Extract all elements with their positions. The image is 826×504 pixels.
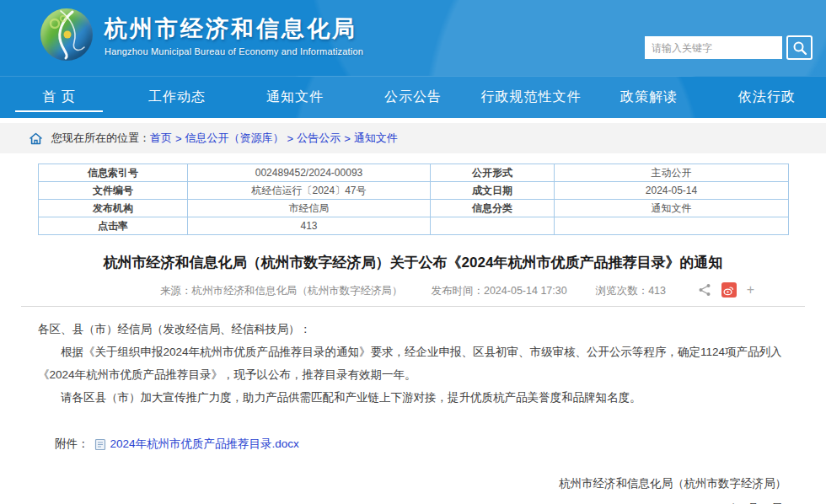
home-icon — [29, 131, 43, 146]
brand-text: 杭州市经济和信息化局 Hangzhou Municipal Bureau of … — [105, 13, 363, 56]
article-body: 各区、县（市）经信局（发改经信局、经信科技局）： 根据《关于组织申报2024年杭… — [38, 318, 788, 409]
breadcrumb-link-home[interactable]: 首页 — [150, 131, 172, 146]
breadcrumb-link-notices[interactable]: 通知文件 — [354, 131, 398, 146]
info-label-doc-number: 文件编号 — [39, 182, 188, 200]
main-nav: 首 页 工作动态 通知文件 公示公告 行政规范性文件 政策解读 依法行政 — [0, 76, 826, 118]
salutation-paragraph: 各区、县（市）经信局（发改经信局、经信科技局）： — [38, 318, 788, 340]
info-label-disclosure-form: 公开形式 — [431, 164, 555, 182]
article-view-count: 浏览次数：413 — [596, 284, 666, 298]
breadcrumb-separator: > — [175, 132, 182, 145]
nav-item-regulatory-docs[interactable]: 行政规范性文件 — [472, 77, 590, 118]
info-value-index-no: 002489452/2024-00093 — [188, 164, 431, 182]
top-banner: 杭州市经济和信息化局 Hangzhou Municipal Bureau of … — [0, 0, 826, 76]
info-label-click-rate: 点击率 — [39, 217, 188, 235]
signature-block: 杭州市经济和信息化局（杭州市数字经济局） 2024年5月13日 — [38, 476, 788, 504]
info-value-date-written: 2024-05-14 — [555, 182, 789, 200]
bureau-logo-icon — [40, 8, 93, 61]
breadcrumb: 您现在所在的位置： 首页 > 信息公开（资源库） > 公告公示 > 通知文件 — [0, 123, 826, 153]
site-title: 杭州市经济和信息化局 — [105, 13, 363, 44]
search-input[interactable] — [645, 36, 782, 59]
nav-item-notices[interactable]: 通知文件 — [236, 77, 354, 118]
info-label-publisher: 发布机构 — [39, 200, 188, 217]
signature-org: 杭州市经济和信息化局（杭州市数字经济局） — [38, 476, 786, 491]
article-source: 来源：杭州市经济和信息化局（杭州市数字经济局） — [160, 284, 403, 298]
info-label-index-no: 信息索引号 — [39, 164, 188, 182]
info-value-publisher: 市经信局 — [188, 200, 431, 217]
article-container: 信息索引号 002489452/2024-00093 公开形式 主动公开 文件编… — [0, 153, 826, 504]
nav-item-policy-interpretation[interactable]: 政策解读 — [590, 77, 708, 118]
article-publish-time: 发布时间：2024-05-14 17:30 — [431, 284, 566, 298]
more-share-icon[interactable]: + — [747, 283, 754, 297]
site-search — [645, 35, 813, 60]
search-button[interactable] — [786, 35, 813, 60]
info-value-empty — [555, 217, 789, 235]
search-icon — [792, 40, 807, 56]
info-label-category: 信息分类 — [431, 200, 555, 217]
nav-item-work-news[interactable]: 工作动态 — [118, 77, 236, 118]
site-title-en: Hangzhou Municipal Bureau of Economy and… — [105, 46, 363, 56]
site-brand[interactable]: 杭州市经济和信息化局 Hangzhou Municipal Bureau of … — [40, 8, 363, 61]
info-value-click-rate: 413 — [188, 217, 431, 235]
body-paragraph: 根据《关于组织申报2024年杭州市优质产品推荐目录的通知》要求，经企业申报、区县… — [38, 340, 788, 386]
article-meta-bar: 来源：杭州市经济和信息化局（杭州市数字经济局） 发布时间：2024-05-14 … — [21, 284, 805, 307]
attachment-label: 附件： — [55, 437, 89, 452]
table-row: 文件编号 杭经信运行〔2024〕47号 成文日期 2024-05-14 — [39, 182, 789, 200]
info-value-doc-number: 杭经信运行〔2024〕47号 — [188, 182, 431, 200]
nav-item-lawful-admin[interactable]: 依法行政 — [708, 77, 826, 118]
breadcrumb-separator: > — [287, 132, 294, 145]
table-row: 点击率 413 — [39, 217, 789, 235]
attachment-link[interactable]: 2024年杭州市优质产品推荐目录.docx — [110, 437, 299, 452]
nav-item-announcements[interactable]: 公示公告 — [354, 77, 472, 118]
info-label-empty — [431, 217, 555, 235]
document-icon — [94, 438, 106, 451]
breadcrumb-prefix: 您现在所在的位置： — [51, 131, 150, 146]
body-paragraph: 请各区县（市）加大宣传推广力度，助力产品供需匹配和产业链上下游对接，提升优质杭产… — [38, 386, 788, 409]
breadcrumb-link-info-disclosure[interactable]: 信息公开（资源库） — [185, 131, 284, 146]
share-toolbar: + — [698, 282, 754, 298]
page-title: 杭州市经济和信息化局（杭州市数字经济局）关于公布《2024年杭州市优质产品推荐目… — [38, 253, 788, 272]
attachment-row: 附件： 2024年杭州市优质产品推荐目录.docx — [55, 437, 788, 452]
document-info-table: 信息索引号 002489452/2024-00093 公开形式 主动公开 文件编… — [38, 164, 789, 235]
weibo-share-icon[interactable] — [721, 282, 737, 298]
breadcrumb-link-announcements[interactable]: 公告公示 — [297, 131, 341, 146]
info-value-disclosure-form: 主动公开 — [555, 164, 789, 182]
info-label-date-written: 成文日期 — [431, 182, 555, 200]
breadcrumb-separator: > — [344, 132, 351, 145]
share-icon[interactable] — [698, 283, 711, 297]
table-row: 发布机构 市经信局 信息分类 通知文件 — [39, 200, 789, 217]
info-value-category: 通知文件 — [555, 200, 789, 217]
nav-item-home[interactable]: 首 页 — [0, 77, 118, 118]
table-row: 信息索引号 002489452/2024-00093 公开形式 主动公开 — [39, 164, 789, 182]
